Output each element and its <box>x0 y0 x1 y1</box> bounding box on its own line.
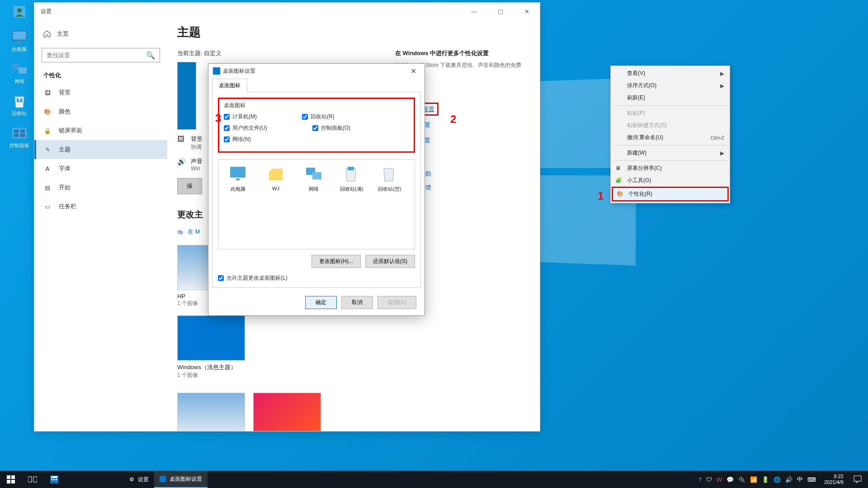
checkbox-computer[interactable]: 计算机(M) <box>224 113 257 121</box>
sidebar-item-background[interactable]: 🖼背景 <box>34 83 167 102</box>
taskbar-task-desktop-icon-settings[interactable]: 桌面图标设置 <box>154 471 208 488</box>
ctx-new[interactable]: 新建(W)▶ <box>612 147 729 159</box>
svg-rect-18 <box>7 475 10 479</box>
svg-rect-9 <box>14 130 19 133</box>
calculator-taskbar-icon[interactable] <box>43 471 65 488</box>
svg-rect-20 <box>7 480 10 483</box>
desktop-icon-recycle-bin[interactable]: 回收站 <box>5 93 34 117</box>
desktop-icon-user[interactable] <box>5 5 34 21</box>
search-input[interactable] <box>47 52 146 59</box>
svg-rect-23 <box>33 477 37 482</box>
cancel-button[interactable]: 取消 <box>341 296 373 309</box>
ctx-paste[interactable]: 粘贴(P) <box>612 107 729 119</box>
ctx-refresh[interactable]: 刷新(E) <box>612 92 729 104</box>
desktop-icon-settings-dialog: 桌面图标设置 ✕ 桌面图标 桌面图标 计算机(M) 回收站(R) 用户的文件(U… <box>208 63 425 316</box>
gadget-icon: 🧩 <box>615 177 623 184</box>
settings-titlebar[interactable]: 设置 — ▢ ✕ <box>34 3 540 20</box>
store-icon: 🛍 <box>177 229 183 235</box>
sidebar-item-lockscreen[interactable]: 🔒锁屏界面 <box>34 121 167 140</box>
search-icon: 🔍 <box>146 51 155 60</box>
tray-power-icon[interactable]: 🔋 <box>762 476 769 483</box>
allow-theme-checkbox[interactable]: 允许主题更改桌面图标(L) <box>218 274 415 282</box>
save-theme-button[interactable]: 保 <box>177 178 202 194</box>
taskbar-task-settings[interactable]: ⚙设置 <box>124 471 154 488</box>
checkbox-user-files[interactable]: 用户的文件(U) <box>224 124 267 132</box>
checkbox-network[interactable]: 网络(N) <box>224 136 251 143</box>
task-view-button[interactable] <box>22 471 43 488</box>
svg-rect-6 <box>19 67 27 74</box>
desktop-icon-network[interactable]: 网络 <box>5 61 34 85</box>
tray-usb-icon[interactable]: 🔌 <box>738 476 745 483</box>
svg-rect-22 <box>28 477 32 482</box>
theme-card-extra1[interactable] <box>177 393 245 431</box>
sidebar-item-taskbar[interactable]: ▭任务栏 <box>34 197 167 216</box>
taskbar-clock[interactable]: 8:22 2021/4/9 <box>821 474 847 485</box>
theme-card-extra2[interactable] <box>253 393 321 431</box>
tray-keyboard-icon[interactable]: ⌨ <box>807 476 816 483</box>
svg-rect-25 <box>51 476 57 478</box>
restore-defaults-button[interactable]: 还原默认值(S) <box>365 255 415 268</box>
tray-wps-icon[interactable]: W <box>717 476 722 483</box>
ctx-undo-rename[interactable]: 撤消 重命名(U)Ctrl+Z <box>612 131 729 144</box>
theme-icon: ✎ <box>43 145 52 154</box>
gear-icon: ⚙ <box>129 476 134 483</box>
svg-rect-14 <box>236 178 240 180</box>
preview-icon-network[interactable]: 网络 <box>301 166 327 192</box>
sidebar-home[interactable]: 主页 <box>34 25 167 42</box>
monitor-icon: 🖥 <box>615 165 623 172</box>
settings-title: 设置 <box>41 8 52 15</box>
tray-ime-indicator[interactable]: 中 <box>797 475 803 483</box>
checkbox-recycle-bin[interactable]: 回收站(R) <box>302 113 335 121</box>
ctx-paste-shortcut[interactable]: 粘贴快捷方式(S) <box>612 119 729 131</box>
system-tray[interactable]: ? 🛡 W 💬 🔌 📶 🔋 🌐 🔊 中 ⌨ <box>694 475 821 483</box>
ctx-sort[interactable]: 排序方式(O)▶ <box>612 80 729 92</box>
tray-wechat-icon[interactable]: 💬 <box>726 476 734 483</box>
tray-volume-icon[interactable]: 🔊 <box>785 476 793 483</box>
maximize-button[interactable]: ▢ <box>487 3 514 20</box>
settings-sidebar: 主页 🔍 个性化 🖼背景 🎨颜色 🔒锁屏界面 ✎主题 A字体 ▤开始 ▭任务栏 <box>34 20 167 431</box>
apply-button[interactable]: 应用(A) <box>377 296 416 309</box>
notification-center-button[interactable] <box>847 471 868 488</box>
ctx-screen-resolution[interactable]: 🖥屏幕分辨率(C) <box>612 162 729 174</box>
change-icon-button[interactable]: 更改图标(H)... <box>311 255 361 268</box>
start-button[interactable] <box>0 471 22 488</box>
sidebar-item-themes[interactable]: ✎主题 <box>34 140 167 159</box>
svg-rect-4 <box>18 42 21 43</box>
desktop-icon-label: 回收站 <box>5 110 34 117</box>
tray-help-icon[interactable]: ? <box>698 476 702 483</box>
svg-rect-21 <box>11 480 15 483</box>
checkbox-control-panel[interactable]: 控制面板(O) <box>312 124 350 132</box>
picture-icon: 🖼 <box>177 135 186 144</box>
ctx-personalize[interactable]: 🎨个性化(R) <box>612 187 729 202</box>
ctx-separator <box>613 105 728 106</box>
desktop-icon-this-pc[interactable]: 此电脑 <box>5 29 34 53</box>
svg-rect-12 <box>20 134 25 137</box>
close-button[interactable]: ✕ <box>514 3 540 20</box>
dialog-tab-desktop-icons[interactable]: 桌面图标 <box>212 79 247 92</box>
desktop-icon-control-panel[interactable]: 控制面板 <box>5 125 34 149</box>
svg-rect-8 <box>12 128 27 139</box>
search-box[interactable]: 🔍 <box>42 48 160 62</box>
dialog-icon <box>160 476 166 482</box>
svg-rect-17 <box>348 167 354 170</box>
preview-icon-recycle-empty[interactable]: 回收站(空) <box>377 166 403 192</box>
sidebar-item-colors[interactable]: 🎨颜色 <box>34 102 167 121</box>
ctx-view[interactable]: 查看(V)▶ <box>612 67 729 80</box>
icon-preview-panel[interactable]: 此电脑 WJ 网络 回收站(满) 回收站(空) <box>218 159 415 249</box>
minimize-button[interactable]: — <box>461 3 487 20</box>
svg-point-1 <box>17 8 22 13</box>
tray-shield-icon[interactable]: 🛡 <box>706 476 712 483</box>
sidebar-item-start[interactable]: ▤开始 <box>34 178 167 197</box>
theme-card-windows-light[interactable]: Windows（浅色主题） 1 个图像 <box>177 315 245 379</box>
tray-bluetooth-icon[interactable]: 📶 <box>750 476 757 483</box>
dialog-close-button[interactable]: ✕ <box>407 67 420 75</box>
preview-icon-this-pc[interactable]: 此电脑 <box>225 166 251 192</box>
sidebar-item-fonts[interactable]: A字体 <box>34 159 167 178</box>
tray-network-icon[interactable]: 🌐 <box>774 476 781 483</box>
ok-button[interactable]: 确定 <box>305 296 337 309</box>
preview-icon-recycle-full[interactable]: 回收站(满) <box>339 166 365 192</box>
dialog-titlebar[interactable]: 桌面图标设置 ✕ <box>208 64 425 78</box>
ctx-gadgets[interactable]: 🧩小工具(G) <box>612 174 729 187</box>
desktop-icon-label: 此电脑 <box>5 46 34 53</box>
preview-icon-user[interactable]: WJ <box>263 166 289 191</box>
